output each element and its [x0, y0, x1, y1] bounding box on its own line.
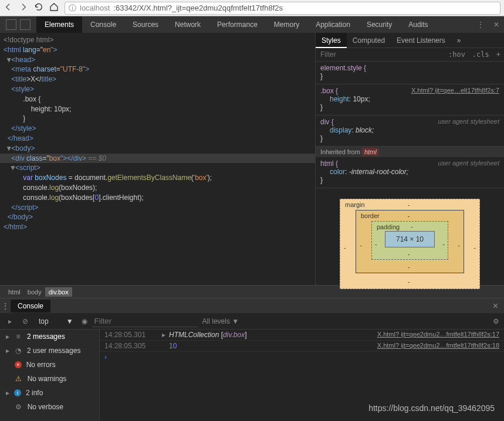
console-settings-icon[interactable]: ⚙ [493, 317, 499, 325]
bm-val[interactable]: - [408, 201, 410, 208]
bm-val[interactable]: - [408, 212, 410, 219]
home-icon[interactable] [49, 2, 59, 13]
console-prompt[interactable]: › [100, 352, 504, 362]
dom-node[interactable]: </ [4, 223, 9, 231]
caret-icon[interactable]: ▼ [9, 163, 15, 173]
tab-application[interactable]: Application [307, 16, 358, 33]
context-selector[interactable]: top ▼ [35, 317, 77, 325]
css-prop[interactable]: height [320, 95, 349, 103]
rule-source-link[interactable]: X.html? ijt=qee…elt17tfh8f2s:7 [411, 87, 499, 94]
caret-icon[interactable]: ▸ [6, 347, 9, 355]
caret-icon[interactable]: ▸ [6, 332, 9, 341]
bm-val[interactable]: - [344, 244, 346, 251]
caret-icon[interactable]: ▸ [6, 389, 9, 397]
console-drawer-tab[interactable]: Console [11, 300, 50, 313]
info-icon[interactable]: ⓘ [69, 3, 76, 13]
side-verbose[interactable]: ⚙No verbose [0, 400, 99, 414]
console-row[interactable]: 14:28:05.301 ▸ HTMLCollection [div.box] … [100, 330, 504, 341]
console-filter-input[interactable] [92, 315, 198, 327]
msg-element-link[interactable]: div.box [223, 331, 245, 339]
dom-selected-node[interactable]: <div class="box"></div> == $0 [0, 154, 315, 164]
dom-txt: > [34, 203, 38, 212]
tab-elements[interactable]: Elements [36, 16, 82, 33]
bm-val[interactable]: - [408, 278, 410, 285]
caret-icon[interactable]: ▼ [5, 55, 11, 65]
device-toggle-icon[interactable] [20, 19, 31, 30]
drawer-close-icon[interactable]: × [487, 301, 504, 311]
back-icon[interactable] [4, 2, 13, 13]
drawer-menu-icon[interactable]: ⋮ [0, 302, 11, 310]
styles-filter-input[interactable] [316, 48, 445, 61]
tab-console[interactable]: Console [82, 16, 124, 33]
log-levels-dropdown[interactable]: All levels ▼ [202, 317, 239, 325]
side-user-messages[interactable]: ▸◔2 user messages [0, 344, 99, 358]
url-bar[interactable]: ⓘ localhost [65, 2, 500, 15]
bm-val[interactable]: - [360, 242, 362, 249]
inh-element-link[interactable]: html [362, 148, 379, 156]
bm-val[interactable]: - [408, 263, 410, 270]
tab-sources[interactable]: Sources [124, 16, 167, 33]
side-label: No verbose [28, 403, 63, 411]
forward-icon[interactable] [19, 2, 28, 13]
dom-node[interactable]: </ [8, 213, 13, 221]
bm-val[interactable]: - [473, 244, 476, 251]
tab-performance[interactable]: Performance [209, 16, 266, 33]
more-tabs-icon[interactable]: » [451, 33, 467, 48]
tab-audits[interactable]: Audits [400, 16, 436, 33]
rule-box[interactable]: X.html? ijt=qee…elt17tfh8f2s:7 .box { he… [316, 84, 504, 116]
dom-node[interactable]: </ [11, 124, 17, 133]
clear-console-icon[interactable]: ⊘ [20, 317, 31, 325]
expand-icon[interactable]: ▸ [162, 331, 169, 339]
side-info[interactable]: ▸i2 info [0, 386, 99, 400]
side-warnings[interactable]: ⚠No warnings [0, 372, 99, 386]
dom-node[interactable]: < [15, 164, 19, 172]
cls-toggle[interactable]: .cls [469, 50, 493, 59]
inspect-icon[interactable] [6, 19, 16, 30]
dom-txt: > [31, 56, 35, 64]
rule-element-style[interactable]: element.style { } [316, 62, 504, 84]
kebab-icon[interactable]: ⋮ [472, 21, 489, 29]
bm-val[interactable]: - [375, 240, 377, 247]
css-val: block; [356, 126, 374, 134]
hov-toggle[interactable]: :hov [445, 50, 469, 59]
rule-div-ua[interactable]: user agent stylesheet div { display: blo… [316, 116, 504, 147]
rule-html-ua[interactable]: user agent stylesheet html { color: -int… [316, 157, 504, 188]
url-input[interactable] [113, 4, 496, 12]
stab-styles[interactable]: Styles [316, 33, 347, 48]
dom-node[interactable]: < [4, 46, 8, 54]
live-expr-icon[interactable]: ◉ [82, 317, 87, 325]
dom-node[interactable]: </ [8, 134, 13, 142]
console-sidebar: ▸≡2 messages ▸◔2 user messages ×No error… [0, 330, 100, 421]
stab-listeners[interactable]: Event Listeners [391, 33, 451, 48]
tab-network[interactable]: Network [167, 16, 209, 33]
ua-label: user agent stylesheet [438, 159, 499, 167]
tab-security[interactable]: Security [358, 16, 400, 33]
side-errors[interactable]: ×No errors [0, 358, 99, 372]
dom-tag: title [41, 75, 52, 83]
box-model[interactable]: margin - - - - border - - - - padding - … [316, 188, 504, 300]
side-messages[interactable]: ▸≡2 messages [0, 330, 99, 344]
dom-tag: body [15, 144, 31, 152]
crumb-html[interactable]: html [5, 287, 24, 297]
dom-node[interactable]: </ [11, 203, 17, 212]
bm-content[interactable]: 714 × 10 [385, 231, 435, 247]
caret-icon[interactable]: ▼ [5, 144, 11, 154]
dom-doctype[interactable]: <!doctype html> [4, 36, 53, 44]
crumb-body[interactable]: body [24, 287, 45, 297]
msg-source-link[interactable]: X.html? ijt=qee2dmu2…fmtfelt17tfh8f2s:17 [377, 331, 499, 339]
reload-icon[interactable] [34, 2, 43, 13]
bm-val[interactable]: - [442, 240, 445, 247]
bm-val[interactable]: - [408, 250, 410, 257]
tab-memory[interactable]: Memory [266, 16, 307, 33]
elements-panel[interactable]: <!doctype html> <html lang="en"> ▼<head>… [0, 33, 315, 285]
devtools-close-icon[interactable]: ✕ [489, 21, 504, 29]
console-sidebar-toggle-icon[interactable]: ▸ [5, 317, 15, 325]
console-row[interactable]: 14:28:05.305 10 X.html? ijt=qee2dmu2…fmt… [100, 341, 504, 352]
add-rule-icon[interactable]: + [493, 50, 504, 59]
bm-val[interactable]: - [458, 242, 460, 249]
css-val[interactable]: 10px; [353, 95, 370, 103]
stab-computed[interactable]: Computed [347, 33, 391, 48]
msg-source-link[interactable]: X.html? ijt=qee2dmu2…fmtfelt17tfh8f2s:18 [377, 342, 499, 350]
crumb-div-box[interactable]: div.box [45, 287, 72, 297]
bm-val[interactable]: - [411, 223, 413, 230]
